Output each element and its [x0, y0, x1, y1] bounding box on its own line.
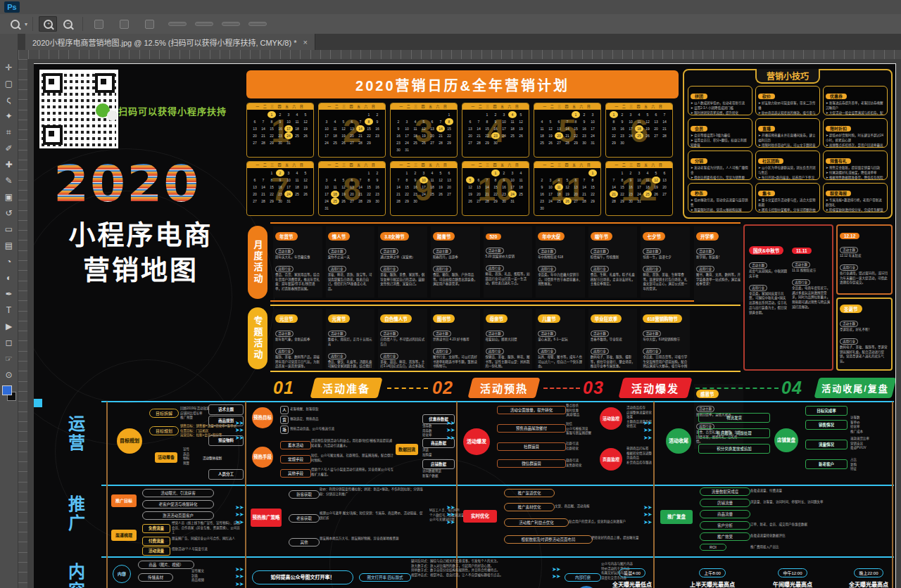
calendar-day: 11 [555, 184, 563, 191]
calendar-month: 一 二 三 四 五 六 日912345678910111213141516171… [390, 161, 458, 216]
color-swatches[interactable] [2, 385, 16, 401]
calendar-day: 2 [500, 170, 508, 177]
tip-card: 优惠券 ➤ 新客进店券提升首单，老客回访券唤醒沉睡用户 ➤ 大促活动一般会设置满… [823, 86, 888, 115]
calendar-day: 29 [572, 139, 580, 146]
tool-button[interactable]: ✛ [1, 59, 17, 75]
tool-button[interactable]: T [1, 302, 17, 318]
tool-button[interactable]: ✚ [1, 156, 17, 172]
calendar-day: 24 [284, 191, 293, 198]
node-warmup-means: 预热手段 [252, 447, 273, 468]
calendar-day-empty [555, 170, 563, 177]
calendar-day: 29 [588, 198, 597, 205]
tool-button[interactable]: ✒ [1, 286, 17, 302]
calendar-day: 9 [618, 118, 626, 125]
event-theme: 白色情人节，不可错过的回应式告白 [380, 338, 425, 347]
calendar-day: 11 [293, 118, 301, 125]
option-checkbox[interactable] [94, 20, 107, 29]
option-button[interactable] [222, 22, 240, 26]
tool-button[interactable]: ⊙ [1, 366, 17, 383]
event-title: 3.8女神节 [380, 232, 409, 241]
tool-button[interactable]: ▣ [1, 188, 17, 205]
calendar-weekday-header: 一 二 三 四 五 六 日 [534, 103, 600, 110]
tool-button[interactable]: ▶ [1, 318, 17, 334]
close-tab-icon[interactable]: × [303, 38, 307, 46]
calendar-days: 1234567891011121314151617181920212223242… [534, 110, 600, 146]
node-shop-review: 店铺复盘 [774, 428, 798, 452]
event-title: 儿童节 [538, 314, 560, 323]
calendar-day: 8 [483, 118, 491, 125]
calendar-day: 20 [572, 191, 580, 198]
event-card: 元旦节 活动主题 新年新气象，全新启航季 适用行业 服饰、美妆、数码等产品，迎接… [273, 309, 322, 369]
tool-button[interactable]: ☞ [1, 350, 17, 366]
node: 爆款选定、预热商品 [290, 417, 367, 422]
tool-button[interactable]: ▢ [1, 75, 17, 91]
node-realtime-optimize: 实时优化 [463, 510, 497, 523]
calendar-day: 31 [284, 198, 293, 205]
calendar-day: 19 [643, 125, 652, 132]
calendar-day: 26 [466, 198, 474, 205]
calendar-day: 4 [411, 118, 420, 125]
timeline-time: 上午8:00 [699, 568, 726, 577]
option-button[interactable] [195, 22, 213, 26]
calendar-day: 3 [508, 170, 517, 177]
stage-number: 01 [273, 378, 294, 398]
calendar-day-empty [251, 111, 259, 118]
tool-button[interactable]: ◐ [1, 269, 17, 286]
calendar-day: 18 [538, 132, 546, 139]
flow-arrows-icon: ➤➤➤➤➤➤ [235, 566, 243, 588]
event-industry-tag: 适用行业 [538, 348, 556, 354]
event-industry-tag: 适用行业 [840, 264, 858, 271]
calendar-day: 4 [555, 177, 563, 184]
calendar-day: 23 [491, 132, 500, 139]
node: 热销商品打标签 根据转化情况调整页面商品 补货商品库存跟进 [626, 447, 652, 465]
tool-button[interactable]: ✐ [1, 140, 17, 156]
node: 梳理公众号菜单 图文/海报；短信营销：专属券、商品降价、活动链接、促销打折 [320, 511, 425, 520]
zoom-in-button[interactable]: + [39, 16, 57, 32]
calendar-day: 11 [538, 125, 546, 132]
calendar-day: 17 [635, 184, 643, 191]
calendar-day: 28 [610, 198, 618, 205]
tool-button[interactable]: ◻ [1, 334, 17, 350]
foreground-color-swatch[interactable] [2, 385, 12, 395]
calendar-day: 13 [572, 184, 580, 191]
calendar-day: 12 [301, 177, 310, 184]
event-card: 母亲节 活动主题 母爱如山，感恩大回馈 适用行业 保健品、美妆、服饰、鲜花、图书… [484, 309, 533, 369]
calendar-day: 13 [428, 125, 436, 132]
stage-banner-burst: 活动爆发 [621, 378, 690, 398]
option-button[interactable] [248, 22, 267, 26]
tip-card: 拼团 ➤ 以人数成团享低价，拉动老带新引流 ➤ 设置2-3人小团降低成团门槛 ➤… [688, 86, 752, 115]
tool-button[interactable]: ✎ [1, 172, 17, 188]
calendar-weekday-header: 一 二 三 四 五 六 日 [319, 162, 385, 168]
node: 人 [280, 406, 289, 414]
tool-button[interactable]: ◔ [1, 253, 17, 269]
calendar-day: 9 [276, 177, 284, 184]
calendar-day: 8 [403, 177, 411, 184]
event-theme: 世界读书日 4.23 好书推荐 [433, 338, 478, 343]
option-checkbox[interactable] [120, 20, 132, 29]
calendar-day: 7 [660, 111, 669, 118]
zoom-out-button[interactable]: − [58, 16, 77, 32]
document-tab[interactable]: 2020小程序电商营销地图.jpg @ 12.5% (扫码可以获得小程序扶持, … [25, 34, 315, 50]
tip-label: 砍价 [758, 94, 775, 99]
calendar-day: 30 [626, 198, 635, 205]
option-button[interactable] [168, 22, 187, 26]
dropdown-arrow-icon[interactable]: ▾ [25, 21, 27, 27]
event-industry-tag: 适用行业 [591, 348, 609, 354]
tool-button[interactable]: ⌗ [1, 124, 17, 140]
tool-button[interactable]: ▤ [1, 237, 17, 253]
event-theme-tag: 活动主题 [275, 248, 294, 255]
calendar-day: 8 [445, 118, 453, 125]
event-title: 国庆&中秋节 [749, 246, 783, 255]
option-checkbox[interactable] [145, 20, 158, 29]
calendar-day: 4 [635, 111, 643, 118]
tool-button[interactable]: ▭ [1, 221, 17, 237]
calendar-day: 29 [445, 139, 453, 146]
tool-button[interactable]: ς [1, 91, 17, 108]
tool-button[interactable]: ↺ [1, 205, 17, 221]
tool-button[interactable]: ✦ [1, 108, 17, 124]
calendar-day: 24 [500, 132, 508, 139]
node: 物流发货 [698, 413, 770, 423]
zoom-tool-icon[interactable] [6, 16, 24, 32]
special-band-label: 专题活动 [248, 307, 267, 369]
calendar-day: 8 [610, 118, 618, 125]
